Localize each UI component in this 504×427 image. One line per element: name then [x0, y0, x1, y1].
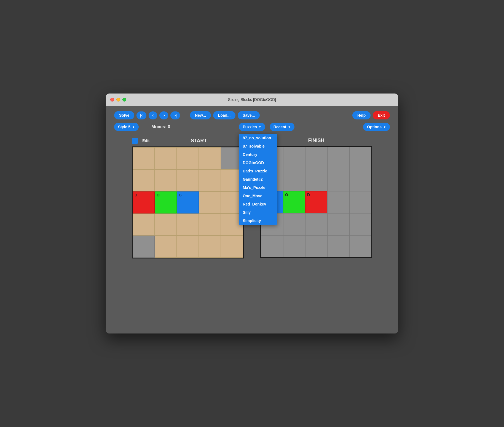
title-bar: Sliding Blocks [DOGtoGOD]	[106, 94, 398, 106]
finish-cell-1-2[interactable]	[305, 169, 327, 191]
finish-cell-3-1[interactable]	[283, 213, 305, 235]
nav-prev-button[interactable]: <	[149, 111, 157, 119]
recent-dropdown-arrow: ▼	[288, 126, 291, 129]
puzzles-dropdown-wrapper: Puzzles ▼ 87_no_solution 87_solvable Cen…	[239, 123, 265, 131]
puzzle-item-mas-puzzle[interactable]: Ma's_Puzzle	[239, 183, 277, 192]
close-button[interactable]	[110, 98, 114, 102]
nav-last-button[interactable]: >|	[170, 111, 180, 119]
start-cell-2-2-blue-G[interactable]: G	[177, 191, 199, 214]
main-window: Sliding Blocks [DOGtoGOD] Solve |< < > >…	[106, 94, 398, 333]
start-cell-2-3[interactable]	[199, 191, 221, 214]
maximize-button[interactable]	[122, 98, 126, 102]
new-button[interactable]: New...	[190, 111, 211, 119]
start-cell-3-0[interactable]	[133, 214, 155, 236]
puzzle-item-87-no-solution[interactable]: 87_no_solution	[239, 134, 277, 142]
puzzle-item-century[interactable]: Century	[239, 150, 277, 159]
help-button[interactable]: Help	[352, 111, 371, 119]
start-cell-4-0[interactable]	[133, 236, 155, 258]
finish-cell-1-3[interactable]	[327, 169, 349, 191]
finish-cell-4-0[interactable]	[261, 235, 283, 257]
solve-button[interactable]: Solve	[114, 111, 134, 119]
minimize-button[interactable]	[116, 98, 120, 102]
d-label: D	[135, 193, 137, 197]
o-finish-label: O	[285, 193, 288, 197]
edit-color-swatch	[132, 138, 138, 144]
start-cell-3-1[interactable]	[155, 214, 177, 236]
start-label: START	[154, 138, 244, 144]
finish-cell-3-2[interactable]	[305, 213, 327, 235]
finish-cell-3-3[interactable]	[327, 213, 349, 235]
style-dropdown-wrapper: Style 5 ▼	[114, 123, 139, 131]
start-cell-0-3[interactable]	[199, 147, 221, 169]
recent-dropdown-wrapper: Recent ▼	[270, 123, 295, 131]
start-board-section: Edit START	[132, 138, 244, 258]
d-finish-label: D	[307, 193, 310, 197]
traffic-lights	[110, 98, 126, 102]
start-cell-1-2[interactable]	[177, 169, 199, 191]
puzzles-dropdown[interactable]: Puzzles ▼	[239, 123, 265, 131]
finish-cell-1-4[interactable]	[349, 169, 371, 191]
style-dropdown[interactable]: Style 5 ▼	[114, 123, 139, 131]
options-dropdown-arrow: ▼	[383, 126, 386, 129]
start-cell-2-1-green-O[interactable]: O	[155, 191, 177, 214]
style-dropdown-arrow: ▼	[132, 126, 135, 129]
puzzle-item-dogtogod[interactable]: DOGtoGOD	[239, 159, 277, 167]
toolbar-row2: Style 5 ▼ Moves: 0 Puzzles ▼ 87_no_solut…	[114, 123, 390, 131]
start-cell-1-3[interactable]	[199, 169, 221, 191]
toolbar-row1: Solve |< < > >| New... Load... Save... H…	[114, 111, 390, 119]
puzzles-menu: 87_no_solution 87_solvable Century DOGto…	[239, 134, 277, 225]
exit-button[interactable]: Exit	[373, 111, 390, 119]
start-cell-3-2[interactable]	[177, 214, 199, 236]
start-board: D O G	[132, 146, 244, 258]
finish-cell-4-2[interactable]	[305, 235, 327, 257]
finish-cell-2-4[interactable]	[349, 191, 371, 213]
finish-cell-0-1[interactable]	[283, 147, 305, 169]
start-cell-1-1[interactable]	[155, 169, 177, 191]
finish-cell-2-1-green-O[interactable]: O	[283, 191, 305, 213]
start-cell-0-2[interactable]	[177, 147, 199, 169]
puzzle-item-87-solvable[interactable]: 87_solvable	[239, 142, 277, 150]
finish-cell-0-2[interactable]	[305, 147, 327, 169]
start-cell-0-0[interactable]	[133, 147, 155, 169]
options-dropdown-wrapper: Options ▼	[363, 123, 390, 131]
recent-dropdown[interactable]: Recent ▼	[270, 123, 295, 131]
load-button[interactable]: Load...	[213, 111, 235, 119]
moves-label: Moves: 0	[151, 124, 170, 129]
finish-cell-3-4[interactable]	[349, 213, 371, 235]
start-cell-1-0[interactable]	[133, 169, 155, 191]
start-cell-4-1[interactable]	[155, 236, 177, 258]
finish-cell-2-3[interactable]	[327, 191, 349, 213]
finish-cell-0-3[interactable]	[327, 147, 349, 169]
finish-cell-1-1[interactable]	[283, 169, 305, 191]
start-cell-4-2[interactable]	[177, 236, 199, 258]
start-cell-2-0-red-D[interactable]: D	[133, 191, 155, 214]
puzzle-item-silly[interactable]: Silly	[239, 208, 277, 217]
puzzle-item-dads-puzzle[interactable]: Dad's_Puzzle	[239, 167, 277, 175]
o-label: O	[157, 193, 160, 197]
puzzle-item-one-move[interactable]: One_Move	[239, 192, 277, 200]
finish-cell-2-2-red-D[interactable]: D	[305, 191, 327, 213]
finish-cell-0-4[interactable]	[349, 147, 371, 169]
nav-first-button[interactable]: |<	[136, 111, 146, 119]
edit-label: Edit	[142, 138, 149, 143]
options-dropdown[interactable]: Options ▼	[363, 123, 390, 131]
puzzle-item-simplicity[interactable]: Simplicity	[239, 217, 277, 225]
puzzle-item-red-donkey[interactable]: Red_Donkey	[239, 200, 277, 208]
finish-cell-4-1[interactable]	[283, 235, 305, 257]
start-cell-4-4[interactable]	[221, 236, 243, 258]
nav-next-button[interactable]: >	[159, 111, 168, 119]
finish-cell-4-4[interactable]	[349, 235, 371, 257]
finish-cell-4-3[interactable]	[327, 235, 349, 257]
start-board-header: Edit START	[132, 138, 244, 144]
start-cell-0-1[interactable]	[155, 147, 177, 169]
start-cell-3-3[interactable]	[199, 214, 221, 236]
puzzle-item-gauntlet2[interactable]: Gauntlet#2	[239, 175, 277, 183]
save-button[interactable]: Save...	[238, 111, 260, 119]
start-cell-4-3[interactable]	[199, 236, 221, 258]
window-title: Sliding Blocks [DOGtoGOD]	[228, 97, 276, 102]
puzzles-dropdown-arrow: ▼	[259, 126, 261, 129]
g-label: G	[179, 193, 182, 197]
